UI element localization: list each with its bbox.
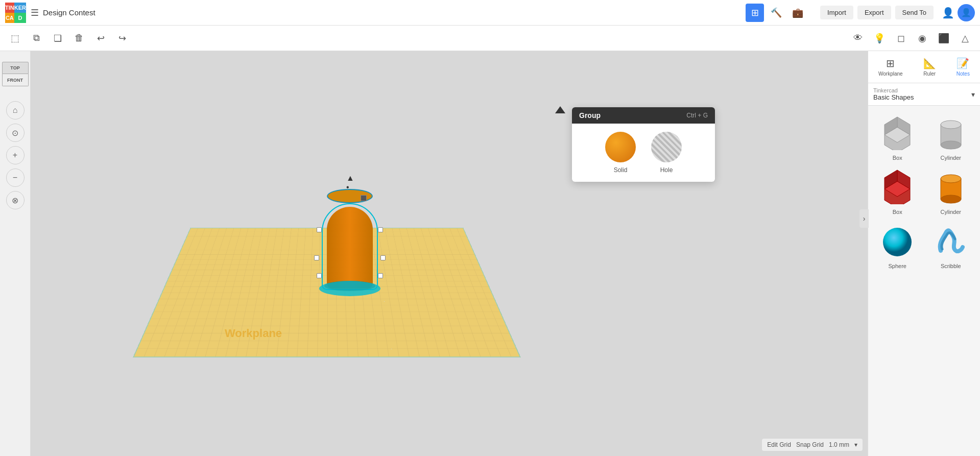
shape-selector[interactable]: Tinkercad Basic Shapes ▾ — [868, 83, 980, 106]
shape-cylinder-orange-label: Cylinder — [941, 209, 961, 215]
notes-tab-label: Notes — [957, 71, 970, 77]
tab-workplane[interactable]: ⊞ Workplane — [874, 55, 907, 79]
solid-preview — [605, 132, 636, 162]
handle-br[interactable] — [378, 273, 383, 278]
shape-provider-label: Tinkercad — [873, 87, 914, 93]
hole-option[interactable]: Hole — [651, 132, 682, 174]
snap-dropdown-icon[interactable]: ▾ — [854, 441, 857, 448]
snap-grid-label: Snap Grid — [796, 441, 824, 448]
home-button[interactable]: ⌂ — [6, 101, 25, 119]
svg-point-5 — [941, 121, 961, 129]
tab-ruler[interactable]: 📐 Ruler — [919, 55, 940, 79]
right-tabs: ⊞ Workplane 📐 Ruler 📝 Notes — [868, 51, 980, 83]
view-cube[interactable]: TOP FRONT — [0, 56, 33, 92]
logo-ca: CA — [5, 13, 14, 23]
shape-box-red[interactable]: Box — [873, 166, 922, 215]
grid-icon[interactable]: ☰ — [31, 7, 39, 18]
group-popup-title: Group — [579, 111, 601, 119]
view2-button[interactable]: ◉ — [913, 29, 932, 48]
canvas-area[interactable]: Workplane ▲• Group Ctrl + G — [31, 51, 868, 456]
hole-preview — [651, 132, 682, 162]
zoom-in-button[interactable]: + — [6, 146, 25, 164]
view-cube-front[interactable]: FRONT — [2, 74, 29, 86]
shape-selector-info: Tinkercad Basic Shapes — [873, 87, 914, 101]
handle-mr[interactable] — [380, 255, 386, 260]
ruler-tab-icon: 📐 — [923, 57, 936, 69]
duplicate-button[interactable]: ❏ — [48, 29, 67, 48]
cylinder-top[interactable] — [327, 189, 373, 203]
shape-view-button[interactable]: ◻ — [891, 29, 911, 48]
hole-label: Hole — [660, 166, 673, 174]
base-oval[interactable] — [319, 281, 380, 296]
handle-tl[interactable] — [317, 227, 322, 232]
briefcase-button[interactable]: 💼 — [788, 4, 807, 22]
shape-selector-dropdown[interactable]: ▾ — [971, 90, 975, 99]
popup-arrow — [555, 106, 565, 113]
light-button[interactable]: 💡 — [870, 29, 889, 48]
solid-option[interactable]: Solid — [605, 132, 636, 174]
user-area: 👤 👤 — [942, 4, 975, 21]
tinkercad-logo[interactable]: TIN KER CA D — [5, 3, 26, 23]
cylinder-body[interactable] — [327, 207, 373, 289]
view-cube-top[interactable]: TOP — [2, 62, 29, 74]
shape-category-value: Basic Shapes — [873, 93, 914, 101]
svg-point-6 — [941, 141, 961, 149]
handle-ml[interactable] — [314, 255, 319, 260]
delete-button[interactable]: 🗑 — [69, 29, 89, 48]
svg-point-12 — [941, 175, 961, 183]
send-to-button[interactable]: Send To — [895, 6, 934, 19]
3d-object[interactable]: ▲• — [314, 189, 386, 296]
shape-scribble-thumb — [930, 220, 971, 261]
snap-grid-value: 1.0 mm — [829, 441, 849, 448]
shape-box-gray-label: Box — [893, 155, 902, 161]
shape-cylinder-orange-thumb — [930, 166, 971, 207]
new-button[interactable]: ⬚ — [5, 29, 25, 48]
camera-button[interactable]: 👁 — [848, 29, 868, 48]
top-handle[interactable] — [361, 195, 367, 201]
copy-button[interactable]: ⧉ — [27, 29, 46, 48]
mirror-button[interactable]: △ — [955, 29, 975, 48]
shapes-grid: Box Cylinder — [868, 106, 980, 275]
design-title[interactable]: Design Contest — [43, 8, 95, 17]
shape-box-gray[interactable]: Box — [873, 112, 922, 161]
panel-collapse-button[interactable]: › — [859, 209, 869, 228]
import-button[interactable]: Import — [820, 6, 853, 19]
undo-button[interactable]: ↩ — [91, 29, 110, 48]
shape-scribble[interactable]: Scribble — [927, 220, 975, 269]
grid-view-button[interactable]: ⊞ — [746, 4, 764, 22]
scribble-svg — [933, 223, 969, 258]
shape-sphere-label: Sphere — [889, 263, 906, 269]
logo-d: D — [14, 13, 26, 23]
edit-grid-button[interactable]: Edit Grid — [767, 441, 791, 448]
header-title-area: ☰ Design Contest — [31, 7, 95, 18]
shape-cylinder-gray[interactable]: Cylinder — [927, 112, 975, 161]
shape-box-red-thumb — [877, 166, 918, 207]
ruler-tab-label: Ruler — [923, 71, 936, 77]
handle-tr[interactable] — [378, 227, 383, 232]
box-red-svg — [879, 169, 915, 204]
cylinder-gray-svg — [936, 114, 966, 150]
toolbar: ⬚ ⧉ ❏ 🗑 ↩ ↪ 👁 💡 ◻ ◉ ⬛ △ — [0, 26, 980, 51]
handle-bl[interactable] — [317, 273, 322, 278]
snap-grid-bar: Edit Grid Snap Grid 1.0 mm ▾ — [762, 439, 863, 451]
shape-cylinder-gray-label: Cylinder — [941, 155, 961, 161]
main-area: TOP FRONT ⌂ ⊙ + − ⊗ Workplane ▲• — [0, 51, 980, 456]
shape-sphere-blue[interactable]: Sphere — [873, 220, 922, 269]
solid-label: Solid — [614, 166, 628, 174]
svg-point-14 — [883, 228, 912, 256]
left-sidebar: TOP FRONT ⌂ ⊙ + − ⊗ — [0, 51, 31, 456]
group-popup: Group Ctrl + G Solid Hole — [572, 107, 715, 182]
perspective-button[interactable]: ⊗ — [6, 191, 25, 209]
avatar[interactable]: 👤 — [958, 4, 975, 21]
logo-tin: TIN — [5, 3, 14, 13]
shape-cylinder-orange[interactable]: Cylinder — [927, 166, 975, 215]
shape-box-red-label: Box — [893, 209, 902, 215]
reset-button[interactable]: ⊙ — [6, 124, 25, 142]
zoom-out-button[interactable]: − — [6, 169, 25, 187]
export-button[interactable]: Export — [857, 6, 891, 19]
align-button[interactable]: ⬛ — [934, 29, 953, 48]
add-user-icon[interactable]: 👤 — [942, 7, 954, 19]
tools-button[interactable]: 🔨 — [767, 4, 785, 22]
tab-notes[interactable]: 📝 Notes — [952, 55, 974, 79]
redo-button[interactable]: ↪ — [112, 29, 132, 48]
